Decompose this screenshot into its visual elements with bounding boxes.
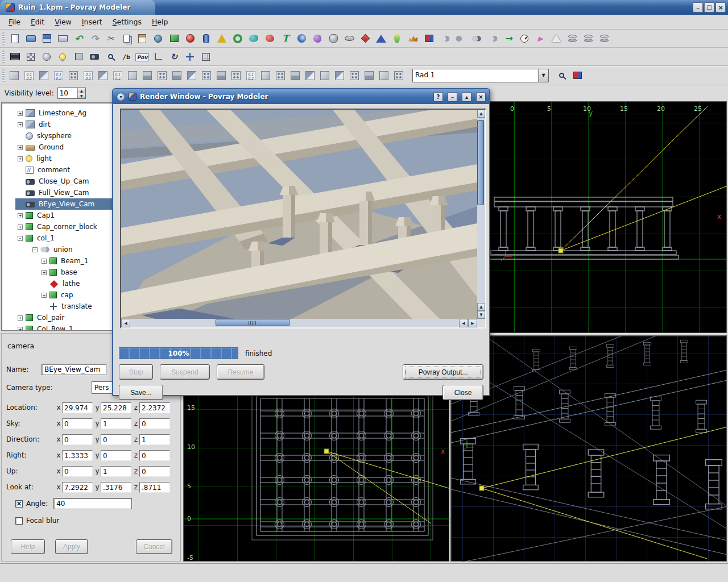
angle-checkbox[interactable] bbox=[15, 500, 23, 508]
bump-map-icon[interactable] bbox=[200, 69, 213, 82]
x-input[interactable]: 0 bbox=[62, 434, 93, 445]
redo-icon[interactable] bbox=[87, 31, 102, 46]
warp-icon[interactable] bbox=[288, 69, 302, 82]
paste-icon[interactable] bbox=[135, 31, 150, 46]
menu-item[interactable]: Insert bbox=[77, 15, 107, 28]
dialog-close-action-button[interactable]: Close bbox=[442, 385, 483, 400]
z-input[interactable]: 1 bbox=[139, 434, 170, 445]
material-icon[interactable] bbox=[126, 69, 139, 82]
undo-icon[interactable] bbox=[71, 31, 86, 46]
plane-icon[interactable] bbox=[421, 31, 436, 46]
dialog-close-button[interactable] bbox=[476, 92, 486, 102]
y-input[interactable]: 1 bbox=[101, 418, 131, 429]
tree-expander[interactable]: + bbox=[18, 156, 23, 161]
z-input[interactable]: 0 bbox=[139, 466, 170, 477]
horizontal-scrollbar[interactable] bbox=[121, 319, 477, 327]
y-input[interactable]: .3176 bbox=[101, 482, 131, 493]
apply-button[interactable]: Apply bbox=[55, 539, 88, 554]
superellipsoid-icon[interactable] bbox=[326, 31, 341, 46]
tree-expander[interactable]: + bbox=[18, 213, 23, 218]
tree-expander[interactable]: + bbox=[18, 225, 23, 230]
x-input[interactable]: 0 bbox=[62, 466, 93, 477]
global-photons-icon[interactable] bbox=[39, 49, 54, 64]
menu-item[interactable]: Help bbox=[147, 15, 173, 28]
julia-fractal-icon[interactable] bbox=[294, 31, 309, 46]
material-map-icon[interactable] bbox=[140, 69, 154, 82]
rotate-view-icon[interactable] bbox=[167, 49, 181, 64]
translate-texture-icon[interactable] bbox=[392, 69, 406, 82]
cone-icon[interactable] bbox=[214, 31, 229, 46]
scale-icon[interactable] bbox=[533, 31, 548, 46]
interior-icon[interactable] bbox=[259, 69, 272, 82]
pattern-icon[interactable] bbox=[155, 69, 169, 82]
povray-output-button[interactable]: Povray Output... bbox=[403, 364, 483, 380]
resume-button[interactable]: Resume bbox=[217, 364, 264, 380]
rotate-icon[interactable] bbox=[517, 31, 532, 46]
spin-up-icon[interactable] bbox=[78, 88, 85, 93]
focal-blur-checkbox[interactable] bbox=[15, 517, 23, 525]
horizontal-scroll-thumb[interactable] bbox=[216, 319, 289, 326]
close-button[interactable] bbox=[715, 2, 726, 13]
media-icon[interactable] bbox=[274, 69, 287, 82]
scroll-up-icon[interactable] bbox=[477, 110, 485, 118]
open-icon[interactable] bbox=[23, 31, 38, 46]
x-input[interactable]: 29.974 bbox=[62, 402, 93, 413]
difference-icon[interactable] bbox=[469, 31, 484, 46]
name-input[interactable] bbox=[42, 364, 106, 375]
help-button[interactable]: Help bbox=[11, 539, 45, 554]
z-input[interactable]: .8711 bbox=[139, 482, 170, 493]
texture-list-icon[interactable] bbox=[111, 69, 125, 82]
scroll-left-icon[interactable] bbox=[121, 319, 130, 327]
box-icon[interactable] bbox=[167, 31, 181, 46]
tree-expander[interactable]: + bbox=[42, 270, 47, 275]
perspective-viewport[interactable] bbox=[450, 335, 727, 562]
blob-icon[interactable] bbox=[246, 31, 261, 46]
tree-expander[interactable]: + bbox=[18, 315, 23, 321]
translate-icon[interactable] bbox=[501, 31, 516, 46]
slope-icon[interactable] bbox=[214, 69, 228, 82]
tree-expander[interactable]: + bbox=[18, 122, 23, 127]
dialog-help-button[interactable] bbox=[433, 92, 443, 102]
merge-icon[interactable] bbox=[485, 31, 500, 46]
chevron-down-icon[interactable] bbox=[538, 69, 548, 82]
window-titlebar[interactable]: Ruin_1.kpm - Povray Modeler bbox=[0, 0, 728, 15]
bounding-box-icon[interactable] bbox=[71, 49, 86, 64]
x-input[interactable]: 0 bbox=[62, 418, 93, 429]
y-input[interactable]: 1 bbox=[101, 466, 131, 477]
solid-color-icon[interactable] bbox=[7, 69, 21, 82]
tree-expander[interactable]: + bbox=[18, 327, 23, 331]
menu-item[interactable]: Edit bbox=[26, 15, 49, 28]
y-input[interactable]: 25.228 bbox=[101, 402, 131, 413]
axes-icon[interactable] bbox=[151, 49, 166, 64]
tree-expander[interactable]: - bbox=[32, 247, 38, 252]
light-group-icon[interactable] bbox=[565, 31, 580, 46]
camera-view-icon[interactable] bbox=[87, 49, 102, 64]
render-preview-icon[interactable] bbox=[103, 49, 118, 64]
disc-icon[interactable] bbox=[342, 31, 357, 46]
dialog-titlebar[interactable]: Render Window - Povray Modeler bbox=[113, 89, 489, 104]
render-settings-icon[interactable] bbox=[23, 49, 38, 64]
search-library-icon[interactable] bbox=[555, 69, 568, 82]
tree-expander[interactable]: - bbox=[18, 236, 23, 241]
print-icon[interactable] bbox=[55, 31, 70, 46]
menu-item[interactable]: File bbox=[3, 15, 26, 28]
scroll-up-icon[interactable] bbox=[477, 303, 485, 311]
pigment-list-icon[interactable] bbox=[52, 69, 65, 82]
stop-button[interactable]: Stop bbox=[119, 364, 153, 380]
intersection-icon[interactable] bbox=[453, 31, 468, 46]
lathe-icon[interactable] bbox=[358, 31, 373, 46]
copy-icon[interactable] bbox=[119, 31, 134, 46]
quick-color-icon[interactable] bbox=[362, 69, 376, 82]
blend-map-icon[interactable] bbox=[170, 69, 184, 82]
normal-list-icon[interactable] bbox=[81, 69, 95, 82]
z-input[interactable]: 2.2372 bbox=[139, 402, 170, 413]
menu-item[interactable]: View bbox=[49, 15, 77, 28]
visibility-level-input[interactable] bbox=[58, 88, 77, 98]
skysphere-texture-icon[interactable] bbox=[348, 69, 361, 82]
cylinder-icon[interactable] bbox=[198, 31, 213, 46]
vertical-scroll-thumb[interactable] bbox=[477, 120, 484, 205]
cancel-button[interactable]: Cancel bbox=[136, 539, 172, 554]
torus-icon[interactable] bbox=[230, 31, 245, 46]
tree-expander[interactable]: + bbox=[18, 111, 23, 116]
angle-input[interactable] bbox=[53, 498, 132, 509]
